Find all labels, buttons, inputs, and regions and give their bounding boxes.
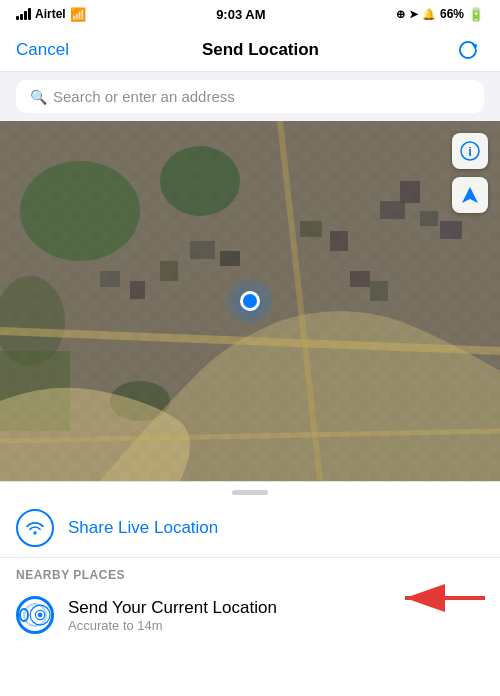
wifi-icon: 📶	[70, 7, 86, 22]
location-arrow-icon	[460, 185, 480, 205]
refresh-button[interactable]	[452, 34, 484, 66]
nav-bar: Cancel Send Location	[0, 28, 500, 72]
current-loc-texts: Send Your Current Location Accurate to 1…	[68, 598, 277, 633]
map-location-button[interactable]	[452, 177, 488, 213]
status-bar: Airtel 📶 9:03 AM ⊕ ➤ 🔔 66% 🔋	[0, 0, 500, 28]
location-dot	[240, 291, 260, 311]
search-icon: 🔍	[30, 89, 47, 105]
current-location-icon	[16, 596, 54, 634]
svg-marker-0	[472, 43, 477, 50]
current-location-row[interactable]: Send Your Current Location Accurate to 1…	[0, 588, 500, 644]
carrier-label: Airtel	[35, 7, 66, 21]
drag-handle-bar	[232, 490, 268, 495]
current-location-subtitle: Accurate to 14m	[68, 618, 277, 633]
drag-handle	[0, 482, 500, 499]
bottom-sheet: Share Live Location NEARBY PLACES Send Y…	[0, 481, 500, 644]
share-live-icon	[16, 509, 54, 547]
search-placeholder: Search or enter an address	[53, 88, 235, 105]
signal-icon	[16, 8, 31, 20]
search-bar-container: 🔍 Search or enter an address	[0, 72, 500, 121]
nearby-header: NEARBY PLACES	[0, 558, 500, 588]
map-info-button[interactable]: i	[452, 133, 488, 169]
search-bar[interactable]: 🔍 Search or enter an address	[16, 80, 484, 113]
alarm-icon: 🔔	[422, 8, 436, 21]
share-live-label: Share Live Location	[68, 518, 218, 538]
svg-marker-29	[462, 187, 478, 203]
location-active-icon: ⊕	[396, 8, 405, 21]
svg-point-31	[35, 610, 44, 619]
share-live-row[interactable]: Share Live Location	[0, 499, 500, 558]
svg-point-30	[30, 605, 50, 625]
status-time: 9:03 AM	[216, 7, 265, 22]
battery-icon: 🔋	[468, 7, 484, 22]
status-right: ⊕ ➤ 🔔 66% 🔋	[396, 7, 484, 22]
page-title: Send Location	[202, 40, 319, 60]
refresh-icon	[457, 39, 479, 61]
status-left: Airtel 📶	[16, 7, 86, 22]
cancel-button[interactable]: Cancel	[16, 40, 69, 60]
current-loc-svg-icon	[29, 596, 51, 634]
svg-point-32	[38, 613, 43, 618]
battery-label: 66%	[440, 7, 464, 21]
map-area[interactable]: i	[0, 121, 500, 481]
current-location-title: Send Your Current Location	[68, 598, 277, 618]
info-icon: i	[460, 141, 480, 161]
svg-text:i: i	[468, 144, 472, 159]
location-arrow-status-icon: ➤	[409, 8, 418, 21]
wifi-location-icon	[25, 518, 45, 538]
